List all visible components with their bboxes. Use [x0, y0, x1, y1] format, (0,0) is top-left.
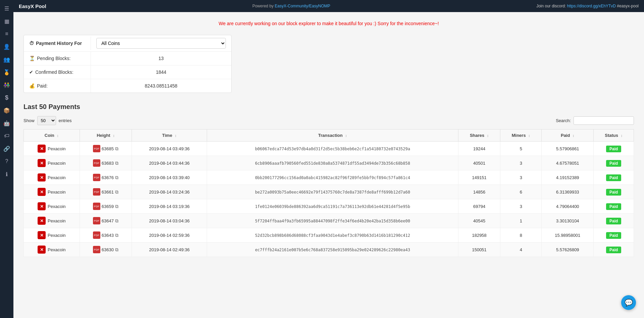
time-cell: 2019-08-14 03:04:36: [132, 214, 207, 228]
payment-history-header-row: ⏱ Payment History For All Coins Pexacoin: [24, 35, 231, 52]
list-icon[interactable]: ≡: [1, 28, 12, 40]
coin-name: Pexacoin: [48, 146, 65, 151]
col-paid[interactable]: Paid ↕: [542, 129, 594, 142]
dashboard-icon[interactable]: ▦: [1, 15, 12, 27]
status-cell: Paid: [594, 228, 634, 243]
group-icon[interactable]: 👥: [1, 54, 12, 65]
coin-dropdown-cell: All Coins Pexacoin: [91, 35, 231, 51]
status-cell: Paid: [594, 199, 634, 214]
miners-value: 3: [520, 175, 522, 180]
money-icon: 💰: [29, 83, 35, 89]
info-icon[interactable]: ℹ: [1, 168, 12, 180]
status-badge: Paid: [606, 218, 621, 224]
height-cell: PDF63630⧉: [80, 243, 132, 257]
paid-cell: 3.30130104: [542, 214, 594, 228]
show-entries: Show 10 25 50 100 entries: [23, 116, 72, 125]
status-cell: Paid: [594, 243, 634, 257]
table-row: ✕PexacoinPDF63683⧉2019-08-14 03:44:366cb…: [24, 156, 634, 170]
time-cell: 2019-08-14 03:24:36: [132, 185, 207, 199]
transaction-hash: be272a0093b75a0eec46692e79f14375760c7de8…: [255, 190, 410, 195]
question-icon[interactable]: ?: [1, 156, 12, 167]
status-cell: Paid: [594, 185, 634, 199]
discord-link[interactable]: https://discord.gg/xEhYTvD: [567, 4, 616, 8]
time-cell: 2019-08-14 03:19:36: [132, 199, 207, 214]
height-cell: PDF63647⧉: [80, 214, 132, 228]
transaction-hash: 1fe0124e06039bde886392aa6d9ca51191c7a736…: [255, 204, 410, 209]
paid-cell: 4.79064400: [542, 199, 594, 214]
entries-label: entries: [59, 118, 72, 123]
height-value: 63683: [102, 161, 114, 166]
status-badge: Paid: [606, 146, 621, 152]
copy-icon[interactable]: ⧉: [115, 175, 118, 180]
time-value: 2019-08-14 03:24:36: [149, 190, 190, 195]
col-time[interactable]: Time ↕: [132, 129, 207, 142]
coin-name: Pexacoin: [48, 175, 65, 180]
entries-select[interactable]: 10 25 50 100: [37, 116, 56, 125]
paid-value: 5.57906861: [556, 146, 579, 151]
coin-cell: ✕Pexacoin: [24, 142, 80, 156]
paid-cell: 5.57626809: [542, 243, 594, 257]
search-label: Search:: [556, 118, 571, 123]
status-badge: Paid: [606, 174, 621, 181]
col-status[interactable]: Status ↕: [594, 129, 634, 142]
pending-blocks-value: 13: [91, 52, 231, 65]
user-icon[interactable]: 👤: [1, 41, 12, 52]
table-header: Coin ↕ Height ↕ Time ↕ Transaction ↕ Sha…: [24, 129, 634, 142]
search-input[interactable]: [574, 116, 634, 125]
col-miners[interactable]: Miners ↕: [500, 129, 542, 142]
transaction-hash: ec7fffb24a2161e007b5e6c768a837258e915095…: [255, 248, 410, 252]
notice-banner: We are currently working on our block ex…: [23, 19, 634, 28]
link-icon[interactable]: 🔗: [1, 143, 12, 154]
col-shares[interactable]: Shares ↕: [458, 129, 500, 142]
chat-bubble[interactable]: 💬: [621, 295, 636, 310]
coin-icon: ✕: [38, 188, 46, 196]
col-height[interactable]: Height ↕: [80, 129, 132, 142]
copy-icon[interactable]: ⧉: [115, 189, 118, 195]
people-icon[interactable]: 👫: [1, 79, 12, 91]
copy-icon[interactable]: ⧉: [115, 232, 118, 238]
payment-history-label: ⏱ Payment History For: [24, 37, 91, 50]
miners-cell: 5: [500, 142, 542, 156]
copy-icon[interactable]: ⧉: [115, 218, 118, 224]
copy-icon[interactable]: ⧉: [115, 247, 118, 253]
copy-icon[interactable]: ⧉: [115, 204, 118, 209]
height-value: 63643: [102, 233, 114, 238]
box-icon[interactable]: 📦: [1, 105, 12, 116]
height-value: 63676: [102, 175, 114, 180]
block-icon: PDF: [93, 246, 100, 253]
col-transaction[interactable]: Transaction ↕: [207, 129, 458, 142]
show-label: Show: [23, 118, 35, 123]
shares-value: 149151: [472, 175, 486, 180]
status-badge: Paid: [606, 160, 621, 167]
coin-cell: ✕Pexacoin: [24, 170, 80, 185]
miners-value: 4: [520, 247, 522, 252]
time-cell: 2019-08-14 02:49:36: [132, 243, 207, 257]
miners-cell: 4: [500, 243, 542, 257]
main-content: EasyX Pool Powered by EasyX-Community/Ea…: [13, 0, 644, 318]
block-icon: PDF: [93, 145, 100, 152]
search-box: Search:: [556, 116, 634, 125]
copy-icon[interactable]: ⧉: [115, 146, 118, 152]
status-cell: Paid: [594, 156, 634, 170]
copy-icon[interactable]: ⧉: [115, 160, 118, 166]
robot-icon[interactable]: 🤖: [1, 117, 12, 129]
height-value: 63661: [102, 190, 114, 195]
coin-icon: ✕: [38, 145, 46, 153]
coin-select[interactable]: All Coins Pexacoin: [96, 38, 226, 49]
coin-name: Pexacoin: [48, 190, 65, 195]
powered-link[interactable]: EasyX-Community/EasyNOMP: [275, 4, 330, 8]
miners-value: 1: [520, 218, 522, 223]
menu-icon[interactable]: ☰: [1, 3, 12, 14]
height-cell: PDF63661⧉: [80, 185, 132, 199]
table-row: ✕PexacoinPDF63659⧉2019-08-14 03:19:361fe…: [24, 199, 634, 214]
status-badge: Paid: [606, 189, 621, 196]
dollar-icon[interactable]: $: [1, 92, 12, 103]
tag-icon[interactable]: 🏷: [1, 130, 12, 142]
col-coin[interactable]: Coin ↕: [24, 129, 80, 142]
shares-cell: 149151: [458, 170, 500, 185]
transaction-cell: 1fe0124e06039bde886392aa6d9ca51191c7a736…: [207, 199, 458, 214]
badge-icon[interactable]: 🏅: [1, 66, 12, 78]
block-icon: PDF: [93, 159, 100, 167]
clock-icon: ⏱: [29, 41, 34, 46]
time-cell: 2019-08-14 02:59:36: [132, 228, 207, 243]
